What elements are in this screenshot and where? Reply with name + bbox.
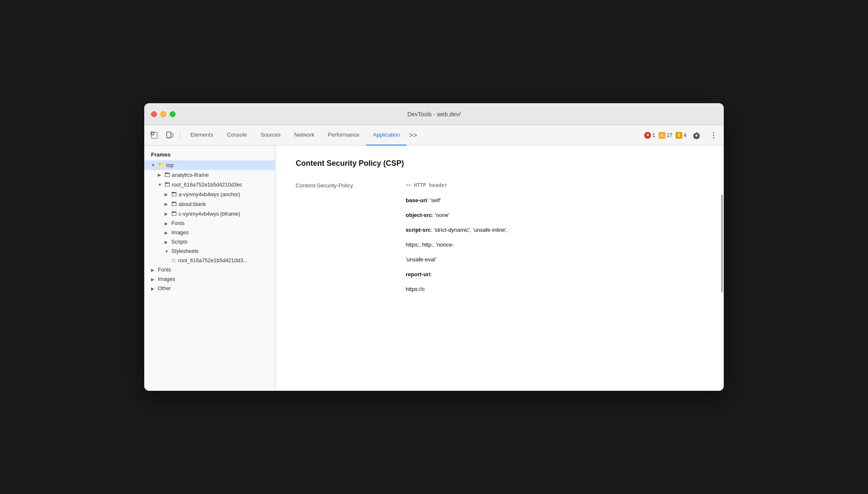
chevron-images-inner (165, 231, 170, 235)
close-button[interactable] (151, 111, 157, 117)
folder-icon-root616a: 🗔 (165, 181, 170, 188)
directive-report-uri: report-uri (406, 271, 431, 277)
csp-value-unsafe-eval: 'unsafe-eval' (406, 256, 703, 263)
toolbar: Elements Console Sources Network Perform… (144, 125, 724, 145)
folder-icon-c-vynmy: 🗔 (171, 211, 177, 217)
csp-row-unsafe-eval: 'unsafe-eval' (296, 256, 703, 263)
content-scrollbar-thumb (721, 195, 723, 293)
sidebar-item-other[interactable]: Other (144, 284, 275, 293)
sidebar-item-images-inner[interactable]: Images (144, 228, 275, 237)
folder-icon-about-blank: 🗔 (171, 201, 177, 207)
chevron-images (151, 277, 156, 282)
chevron-a-vynmy (165, 192, 170, 197)
chevron-analytics (158, 173, 163, 177)
sidebar-item-fonts-inner-label: Fonts (171, 220, 184, 226)
file-icon-stylesheet: 🗋 (171, 258, 176, 263)
sidebar-section-frames: Frames (144, 149, 275, 160)
chevron-c-vynmy (165, 211, 170, 216)
chevron-other (151, 286, 156, 291)
sidebar-item-images-inner-label: Images (171, 230, 189, 236)
sidebar-item-other-label: Other (158, 285, 171, 291)
folder-icon-analytics: 🗔 (165, 172, 170, 178)
csp-key-report-uri (296, 271, 406, 272)
warning-count: 17 (667, 132, 672, 138)
tab-navigation: Elements Console Sources Network Perform… (184, 125, 643, 145)
sidebar-item-stylesheets-inner-label: Stylesheets (171, 248, 199, 254)
tab-elements[interactable]: Elements (184, 125, 220, 145)
csp-value-report-url: https://c (406, 286, 703, 292)
csp-value-script-src: script-src: 'strict-dynamic', 'unsafe-in… (406, 227, 703, 233)
csp-value-https: https:, http:, 'nonce- (406, 242, 703, 248)
window-title: DevTools - web.dev/ (407, 111, 461, 118)
sidebar-item-analytics-iframe[interactable]: 🗔 analytics-iframe (144, 170, 275, 180)
sidebar-item-analytics-label: analytics-iframe (172, 172, 209, 178)
sidebar-item-top[interactable]: 📁 top (144, 160, 275, 170)
csp-value-base-uri: base-uri: 'self' (406, 197, 703, 203)
folder-icon-top: 📁 (158, 162, 165, 168)
csp-row-source: Content-Security-Policy HTTP header (296, 181, 703, 189)
maximize-button[interactable] (170, 111, 176, 117)
csp-row-report-url: https://c (296, 286, 703, 292)
info-badge[interactable]: ℹ 4 (676, 132, 687, 139)
sidebar: Frames 📁 top 🗔 analytics-iframe 🗔 root_6… (144, 145, 275, 391)
csp-row-report-uri: report-uri: (296, 271, 703, 277)
tab-application[interactable]: Application (366, 125, 407, 145)
svg-point-6 (713, 132, 714, 133)
sidebar-item-stylesheets-inner[interactable]: Stylesheets (144, 247, 275, 256)
sidebar-item-scripts-inner[interactable]: Scripts (144, 237, 275, 247)
chevron-stylesheets-inner (165, 249, 170, 254)
sidebar-item-fonts[interactable]: Fonts (144, 265, 275, 274)
more-tabs-button[interactable]: >> (407, 130, 420, 141)
sidebar-item-c-vynmy-label: c-vynmy4vb4wys (bframe) (179, 211, 240, 217)
content-scrollbar[interactable] (720, 145, 724, 391)
sidebar-item-a-vynmy[interactable]: 🗔 a-vynmy4vb4wys (anchor) (144, 189, 275, 199)
tab-sources[interactable]: Sources (254, 125, 288, 145)
directive-object-src: object-src (406, 212, 432, 218)
chevron-root616a (158, 182, 163, 187)
sidebar-item-about-blank-label: about:blank (179, 201, 206, 207)
svg-rect-4 (168, 137, 170, 138)
settings-button[interactable] (690, 129, 703, 142)
titlebar: DevTools - web.dev/ (144, 103, 724, 125)
warning-badge[interactable]: ⚠ 17 (659, 132, 672, 139)
sidebar-item-root616a-label: root_616a752e1b5d4210d3ec (172, 182, 242, 188)
devtools-window: DevTools - web.dev/ Elements Console Sou… (144, 103, 724, 391)
csp-source-tag: HTTP header (406, 182, 448, 188)
inspect-element-button[interactable] (148, 129, 161, 142)
tab-console[interactable]: Console (220, 125, 254, 145)
csp-key-https (296, 242, 406, 242)
minimize-button[interactable] (160, 111, 166, 117)
csp-key-object-src (296, 212, 406, 213)
sidebar-item-about-blank[interactable]: 🗔 about:blank (144, 199, 275, 209)
csp-table: Content-Security-Policy HTTP header base… (296, 181, 703, 292)
sidebar-item-stylesheet-file-label: root_616a752e1b5d4210d3... (178, 258, 247, 263)
error-icon: ✕ (644, 132, 651, 139)
csp-value-object-src: object-src: 'none' (406, 212, 703, 218)
warning-icon: ⚠ (659, 132, 665, 139)
error-badge[interactable]: ✕ 1 (644, 132, 655, 139)
more-options-button[interactable] (707, 129, 720, 142)
chevron-top (151, 163, 156, 167)
svg-point-7 (713, 134, 714, 136)
content-panel: Content Security Policy (CSP) Content-Se… (275, 145, 724, 391)
chevron-fonts (151, 268, 156, 272)
error-count: 1 (652, 132, 655, 138)
csp-key-base-uri (296, 197, 406, 198)
sidebar-item-fonts-inner[interactable]: Fonts (144, 219, 275, 228)
device-toggle-button[interactable] (163, 129, 176, 142)
tab-network[interactable]: Network (288, 125, 321, 145)
sidebar-item-root616a[interactable]: 🗔 root_616a752e1b5d4210d3ec (144, 180, 275, 189)
main-content: Frames 📁 top 🗔 analytics-iframe 🗔 root_6… (144, 145, 724, 391)
sidebar-item-stylesheet-file[interactable]: 🗋 root_616a752e1b5d4210d3... (144, 256, 275, 265)
svg-rect-2 (151, 132, 157, 138)
tab-performance[interactable]: Performance (321, 125, 366, 145)
csp-value-source: HTTP header (406, 181, 703, 188)
content-title: Content Security Policy (CSP) (296, 159, 703, 168)
sidebar-item-images[interactable]: Images (144, 274, 275, 284)
traffic-lights (151, 111, 176, 117)
sidebar-item-c-vynmy[interactable]: 🗔 c-vynmy4vb4wys (bframe) (144, 209, 275, 219)
directive-base-uri: base-uri (406, 197, 427, 203)
sidebar-item-images-label: Images (158, 276, 175, 282)
csp-key-script-src (296, 227, 406, 228)
csp-key-report-url (296, 286, 406, 287)
